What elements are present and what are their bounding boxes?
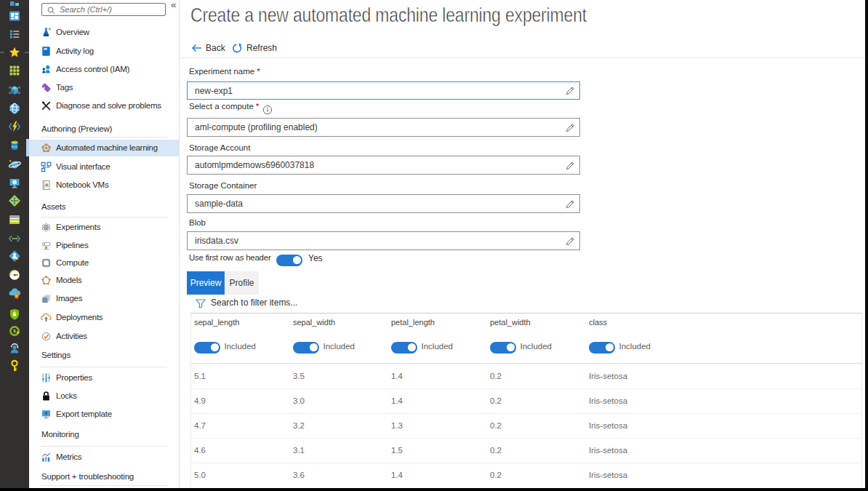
svg-text:SQL: SQL bbox=[12, 145, 18, 148]
svg-text:$: $ bbox=[13, 329, 15, 333]
